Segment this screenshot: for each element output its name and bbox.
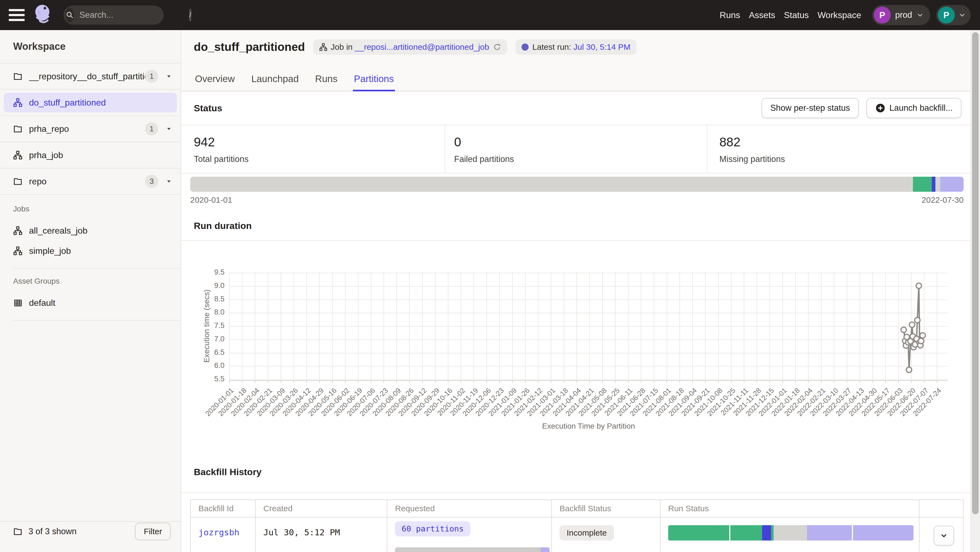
stat-value: 0	[454, 135, 707, 149]
backfill-id-link[interactable]: jozrgsbh	[199, 527, 239, 537]
nav-assets[interactable]: Assets	[749, 10, 775, 20]
stat-label: Missing partitions	[719, 154, 970, 164]
x-axis-tick-label: 2022-03-10	[808, 386, 840, 418]
x-axis-tick	[319, 380, 320, 383]
stat-failed-partitions: 0 Failed partitions	[445, 125, 707, 173]
global-search[interactable]: /	[64, 5, 164, 25]
x-axis-tick	[821, 380, 821, 383]
x-axis-tick-label: 2020-08-26	[384, 386, 415, 418]
repo-count-badge: 3	[145, 175, 158, 188]
x-axis-tick-label: 2020-10-16	[422, 386, 454, 418]
vertical-scrollbar[interactable]	[970, 30, 980, 552]
x-axis-tick	[679, 380, 680, 383]
dagster-logo-icon[interactable]	[32, 3, 54, 27]
partition-status-bar	[190, 177, 964, 192]
job-origin-link[interactable]: __reposi...artitioned@partitioned_job	[355, 43, 489, 52]
folder-icon	[13, 72, 22, 81]
user-menu[interactable]: P	[936, 5, 971, 25]
job-origin-prefix: Job in	[331, 43, 353, 52]
sidebar-repo-repository-do-stuff[interactable]: __repository__do_stuff_partitio... 1	[0, 63, 181, 90]
caret-down-icon[interactable]	[165, 178, 172, 185]
search-icon[interactable]	[66, 8, 74, 22]
latest-run-link[interactable]: Jul 30, 5:14 PM	[573, 43, 630, 52]
nav-workspace[interactable]: Workspace	[818, 10, 861, 20]
sidebar-repo-prha-repo[interactable]: prha_repo 1	[0, 116, 181, 142]
col-requested: Requested	[395, 504, 435, 513]
x-axis-tick	[937, 380, 937, 383]
x-axis-tick-label: 2020-04-12	[281, 386, 313, 418]
data-point-marker	[909, 322, 915, 327]
bar-segment	[940, 177, 964, 192]
scrollbar-thumb[interactable]	[972, 32, 978, 514]
gridline-vertical	[487, 272, 487, 380]
launch-backfill-button[interactable]: Launch backfill...	[866, 98, 961, 118]
data-point-marker	[906, 367, 912, 373]
gridline-vertical	[448, 272, 449, 380]
caret-down-icon[interactable]	[165, 73, 172, 80]
folder-icon	[13, 124, 22, 133]
partition-stats: 942 Total partitions 0 Failed partitions…	[181, 125, 970, 173]
sidebar-job-simple-job[interactable]: simple_job	[13, 241, 181, 261]
gridline-horizontal	[229, 366, 948, 366]
selected-job-pill[interactable]: do_stuff_partitioned	[4, 93, 177, 113]
tab-runs[interactable]: Runs	[314, 69, 339, 91]
tab-launchpad[interactable]: Launchpad	[250, 69, 300, 91]
nav-runs[interactable]: Runs	[720, 10, 740, 20]
gridline-vertical	[499, 272, 500, 380]
x-axis-tick	[538, 380, 538, 383]
x-axis-tick-label: 2020-06-02	[320, 386, 351, 418]
sidebar-job-do-stuff-partitioned[interactable]: do_stuff_partitioned	[0, 90, 181, 116]
search-input[interactable]	[79, 10, 189, 20]
expand-row-button[interactable]	[934, 526, 954, 546]
gridline-vertical	[396, 272, 397, 380]
gridline-vertical	[795, 272, 796, 380]
caret-down-icon[interactable]	[165, 125, 172, 132]
stat-total-partitions: 942 Total partitions	[181, 125, 445, 173]
x-axis-tick	[847, 380, 847, 383]
latest-run-label: Latest run:	[533, 43, 571, 52]
x-axis-tick	[615, 380, 616, 383]
filter-button[interactable]: Filter	[135, 523, 171, 540]
gridline-vertical	[898, 272, 899, 380]
sidebar-asset-group-default[interactable]: default	[13, 293, 181, 313]
x-axis-tick-label: 2020-12-06	[461, 386, 493, 418]
x-axis-tick-label: 2021-06-28	[616, 386, 647, 418]
show-per-step-status-button[interactable]: Show per-step status	[762, 98, 859, 118]
bar-segment	[395, 547, 541, 552]
x-axis-tick-label: 2021-08-18	[654, 386, 686, 418]
y-axis-tick-label: 5.5	[181, 375, 224, 383]
nav-status[interactable]: Status	[784, 10, 809, 20]
reload-icon[interactable]	[493, 43, 501, 51]
requested-partitions-badge[interactable]: 60 partitions	[395, 521, 470, 536]
x-axis-tick	[872, 380, 873, 383]
x-axis-tick	[770, 380, 770, 383]
deployment-switcher[interactable]: P prod	[872, 5, 930, 25]
data-point-marker	[902, 338, 908, 344]
data-point-marker	[901, 327, 906, 333]
search-shortcut-key: /	[189, 9, 191, 21]
sidebar-repo-repo[interactable]: repo 3	[0, 168, 181, 195]
gridline-vertical	[319, 272, 320, 380]
bar-segment	[932, 177, 935, 192]
sidebar-job-all-cereals-job[interactable]: all_cereals_job	[13, 220, 181, 241]
x-axis-tick	[718, 380, 719, 383]
bar-segment	[807, 525, 852, 541]
data-point-marker	[911, 344, 916, 350]
tab-overview[interactable]: Overview	[194, 69, 236, 91]
x-axis-tick	[332, 380, 332, 383]
x-axis-tick	[293, 380, 294, 383]
hamburger-menu-icon[interactable]	[9, 9, 25, 21]
gridline-vertical	[782, 272, 783, 380]
sidebar-job-prha-job[interactable]: prha_job	[0, 142, 181, 168]
x-axis-tick-label: 2021-02-12	[512, 386, 544, 418]
bar-segment	[762, 525, 771, 541]
x-axis-tick-label: 2020-03-26	[268, 386, 300, 418]
stat-value: 942	[194, 135, 445, 149]
x-axis-tick	[744, 380, 744, 383]
gridline-vertical	[422, 272, 423, 380]
x-axis-tick-label: 2021-05-08	[577, 386, 609, 418]
job-label: simple_job	[29, 246, 71, 256]
x-axis-tick	[383, 380, 384, 383]
tab-partitions[interactable]: Partitions	[353, 69, 395, 91]
x-axis-tick-label: 2022-07-24	[911, 386, 943, 418]
